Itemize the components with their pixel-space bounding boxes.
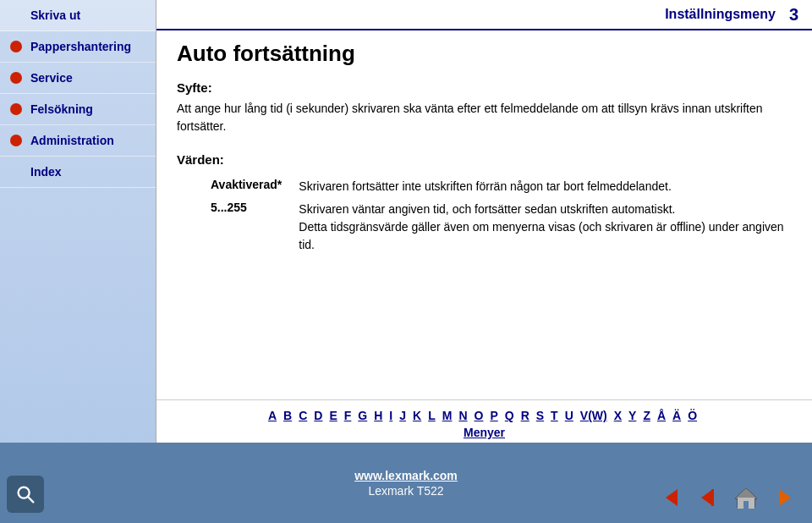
syfte-label: Syfte: — [177, 80, 792, 95]
svg-marker-6 — [735, 488, 757, 498]
svg-rect-4 — [711, 489, 714, 506]
bullet-icon — [10, 72, 22, 84]
footer: www.lexmark.com Lexmark T522 — [0, 443, 812, 523]
alpha-link-O[interactable]: O — [475, 409, 484, 422]
bullet-icon — [10, 135, 22, 146]
search-icon[interactable] — [7, 476, 44, 513]
bullet-icon — [10, 41, 22, 52]
alpha-link-P[interactable]: P — [490, 409, 497, 422]
svg-line-1 — [28, 497, 34, 503]
sidebar-item-administration[interactable]: Administration — [0, 125, 156, 157]
next-button[interactable] — [768, 482, 798, 513]
table-row: 5...255Skrivaren väntar angiven tid, och… — [211, 198, 792, 256]
alpha-link-F[interactable]: F — [344, 409, 352, 422]
alpha-link-R[interactable]: R — [521, 409, 529, 422]
alpha-link-E[interactable]: E — [329, 409, 337, 422]
svg-marker-2 — [666, 489, 678, 506]
sidebar: Skriva utPappershanteringServiceFelsökni… — [0, 0, 156, 482]
back-button[interactable] — [656, 482, 687, 513]
sidebar-label-felsoekning: Felsökning — [30, 102, 93, 116]
syfte-text: Att ange hur lång tid (i sekunder) skriv… — [177, 100, 792, 135]
sidebar-item-pappershantering[interactable]: Pappershantering — [0, 31, 156, 63]
sidebar-label-administration: Administration — [30, 134, 114, 147]
alpha-link-Q[interactable]: Q — [505, 409, 514, 422]
alpha-link-A[interactable]: A — [268, 409, 277, 422]
table-row: Avaktiverad*Skrivaren fortsätter inte ut… — [211, 175, 792, 198]
alpha-link-_[interactable]: Ä — [672, 409, 681, 422]
alpha-link-B[interactable]: B — [283, 409, 292, 422]
prev-button[interactable] — [694, 482, 724, 513]
alpha-links: A B C D E F G H I J K L M N O P Q R S T … — [268, 409, 700, 422]
sidebar-label-service: Service — [30, 71, 73, 85]
svg-marker-9 — [779, 489, 791, 506]
main-content: Auto fortsättning Syfte: Att ange hur lå… — [156, 0, 812, 443]
alpha-link-H[interactable]: H — [374, 409, 382, 422]
sidebar-item-service[interactable]: Service — [0, 63, 156, 94]
alpha-link-S[interactable]: S — [536, 409, 544, 422]
alpha-link-K[interactable]: K — [413, 409, 421, 422]
alpha-link-_[interactable]: Ö — [688, 409, 697, 422]
values-table: Avaktiverad*Skrivaren fortsätter inte ut… — [211, 175, 792, 256]
sidebar-label-index: Index — [30, 165, 62, 179]
sidebar-item-index[interactable]: Index — [0, 157, 156, 188]
footer-model: Lexmark T522 — [368, 484, 443, 498]
value-description: Skrivaren väntar angiven tid, och fortsä… — [299, 198, 792, 256]
alpha-link-C[interactable]: C — [299, 409, 307, 422]
bullet-icon — [10, 103, 22, 115]
alpha-link-N[interactable]: N — [458, 409, 467, 422]
alpha-link-U[interactable]: U — [565, 409, 573, 422]
home-button[interactable] — [731, 482, 761, 513]
alpha-link-Y[interactable]: Y — [628, 409, 636, 422]
sidebar-label-skriva-ut: Skriva ut — [30, 8, 80, 22]
sidebar-label-pappershantering: Pappershantering — [30, 40, 131, 53]
sidebar-item-skriva-ut[interactable]: Skriva ut — [0, 0, 156, 31]
alpha-link-X[interactable]: X — [614, 409, 622, 422]
svg-rect-8 — [743, 501, 749, 509]
value-description: Skrivaren fortsätter inte utskriften för… — [299, 175, 792, 198]
alpha-link-_[interactable]: Å — [657, 409, 666, 422]
varden-label: Värden: — [177, 152, 792, 167]
footer-link[interactable]: www.lexmark.com — [354, 469, 458, 482]
alpha-bar: A B C D E F G H I J K L M N O P Q R S T … — [156, 399, 812, 443]
page-title: Auto fortsättning — [177, 41, 792, 67]
menyer-label[interactable]: Menyer — [464, 426, 505, 439]
alpha-link-D[interactable]: D — [314, 409, 322, 422]
alpha-link-I[interactable]: I — [389, 409, 392, 422]
alpha-link-J[interactable]: J — [399, 409, 406, 422]
alpha-link-V_W_[interactable]: V(W) — [580, 409, 607, 422]
alpha-link-M[interactable]: M — [442, 409, 453, 422]
search-icon-box[interactable] — [7, 476, 44, 513]
alpha-link-Z[interactable]: Z — [643, 409, 650, 422]
alpha-link-L[interactable]: L — [428, 409, 436, 422]
svg-marker-3 — [701, 489, 713, 506]
alpha-link-G[interactable]: G — [358, 409, 367, 422]
sidebar-item-felsoekning[interactable]: Felsökning — [0, 94, 156, 125]
alpha-link-T[interactable]: T — [551, 409, 558, 422]
value-key: 5...255 — [211, 198, 299, 256]
value-key: Avaktiverad* — [211, 175, 299, 198]
footer-nav — [656, 482, 798, 513]
